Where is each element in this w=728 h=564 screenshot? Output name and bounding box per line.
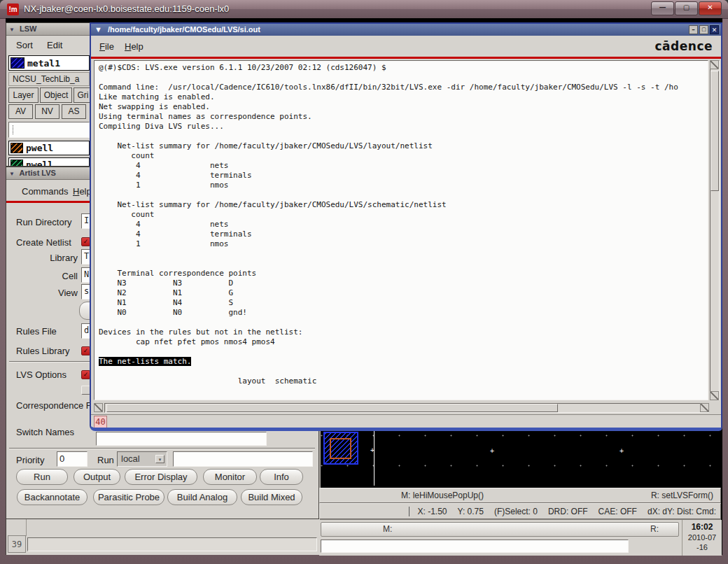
cae-status: CAE: OFF — [598, 507, 637, 516]
current-layer-name: metal1 — [27, 58, 60, 69]
scroll-down-arrow[interactable] — [710, 391, 719, 400]
lsw-titlebar[interactable]: ▼ LSW — [6, 23, 90, 36]
priority-field[interactable]: 0 — [57, 451, 88, 467]
close-button[interactable]: ✕ — [710, 25, 719, 34]
switch-names-field[interactable] — [96, 432, 267, 446]
menu-help[interactable]: Help — [125, 41, 144, 52]
drd-status: DRD: OFF — [548, 507, 588, 516]
ciw-mouse-middle: M: — [383, 524, 392, 534]
panel-scrollbar[interactable] — [27, 537, 317, 551]
run-mode-label: Run — [97, 455, 114, 465]
minimize-button[interactable]: – — [689, 25, 698, 34]
siout-title: /home/faculty/jbaker/CMOSedu/LVS/si.out — [108, 25, 260, 34]
error-display-button[interactable]: Error Display — [125, 469, 197, 485]
library-label: Library — [16, 253, 78, 263]
clock-time: 16:02 — [682, 521, 722, 533]
clock-panel: 16:02 2010-07 -16 — [682, 520, 722, 556]
backannotate-button[interactable]: Backannotate — [17, 489, 88, 505]
nx-session-window: { "nx": { "icon_label": "!m", "title": "… — [0, 0, 728, 564]
layer-filter-input[interactable] — [8, 122, 90, 138]
vertical-scrollbar[interactable] — [710, 60, 720, 400]
horizontal-scrollbar[interactable] — [104, 403, 709, 413]
window-number-badge: 39 — [8, 535, 26, 553]
current-layer-row[interactable]: metal1 — [8, 55, 90, 71]
siout-titlebar[interactable]: ▼ /home/faculty/jbaker/CMOSedu/LVS/si.ou… — [91, 24, 721, 36]
cadence-logo: cādence — [655, 39, 713, 53]
grid-cross: + — [490, 447, 494, 455]
form-divider — [9, 448, 315, 449]
ciw-binding-bar: M: R: — [321, 522, 679, 537]
scroll-right-arrow[interactable] — [700, 403, 709, 412]
nx-app-icon: !m — [7, 3, 19, 15]
menu-help[interactable]: Help — [73, 186, 92, 197]
layout-statusbar-bindings: M: leHiMousePopUp() R: setLVSForm() — [319, 488, 721, 503]
panel-divider — [26, 518, 27, 536]
mouse-binding-middle: M: leHiMousePopUp() — [401, 491, 484, 500]
output-button[interactable]: Output — [74, 469, 120, 485]
menu-file[interactable]: File — [99, 41, 114, 52]
cursor-x: X: -1.50 — [409, 507, 447, 516]
origin-line — [374, 430, 374, 486]
window-menu-chevron-icon[interactable]: ▼ — [94, 25, 102, 34]
nwell-swatch[interactable] — [10, 160, 23, 167]
nx-titlebar[interactable]: !m NX-jbaker@coen-lx0.boisestate.edu:115… — [0, 0, 728, 19]
grid-cross: + — [370, 446, 374, 454]
layer-name: pwell — [26, 143, 53, 153]
monitor-button[interactable]: Monitor — [203, 469, 257, 485]
tab-grid[interactable]: Gri — [74, 87, 91, 103]
vertical-scroll-thumb[interactable] — [710, 71, 719, 191]
clock-date: 2010-07 — [682, 533, 722, 542]
layer-row-pwell[interactable]: pwell — [8, 141, 90, 155]
menu-commands[interactable]: Commands — [22, 186, 68, 197]
rules-file-label: Rules File — [16, 326, 57, 337]
output-text-area[interactable]: @(#)$CDS: LVS.exe version 6.1.1 10/23/20… — [94, 60, 708, 400]
nv-button[interactable]: NV — [35, 104, 59, 119]
ciw-window: M: R: 16:02 2010-07 -16 — [319, 519, 721, 556]
rules-library-label: Rules Library — [16, 346, 70, 356]
lsw-window: ▼ LSW Sort Edit metal1 NCSU_TechLib_a La… — [6, 22, 91, 167]
build-mixed-button[interactable]: Build Mixed — [241, 489, 302, 505]
av-button[interactable]: AV — [8, 104, 33, 119]
tab-object[interactable]: Object — [40, 87, 72, 103]
scroll-up-arrow[interactable] — [710, 60, 719, 69]
close-button[interactable]: ✕ — [699, 1, 722, 15]
output-after: layout schematic — [99, 376, 316, 386]
grid-cross: + — [620, 447, 624, 455]
run-directory-label: Run Directory — [16, 217, 71, 227]
siout-window-controls: – ▢ ✕ — [689, 25, 719, 34]
build-analog-button[interactable]: Build Analog — [167, 489, 237, 505]
maximize-button[interactable]: ▢ — [675, 1, 698, 15]
create-netlist-label: Create Netlist — [16, 237, 71, 248]
text-caret — [13, 125, 14, 134]
lsw-menu-edit[interactable]: Edit — [47, 40, 62, 50]
window-number-badge: 40 — [94, 416, 107, 428]
layout-canvas[interactable]: + + + — [319, 430, 721, 488]
lsw-menu-sort[interactable]: Sort — [16, 40, 33, 50]
siout-status-row: 40 — [91, 414, 721, 428]
window-menu-chevron-icon[interactable]: ▼ — [9, 24, 15, 36]
pwell-swatch[interactable] — [10, 143, 23, 153]
priority-label: Priority — [16, 455, 44, 465]
techlib-selector[interactable]: NCSU_TechLib_a — [8, 72, 90, 86]
run-mode-dropdown[interactable]: local ▾ — [117, 451, 167, 467]
correspondence-file-label: Correspondence F — [16, 400, 92, 411]
minimize-button[interactable]: — — [651, 1, 674, 15]
layer-row-nwell[interactable]: nwell — [8, 157, 90, 167]
mouse-binding-right: R: setLVSForm() — [651, 491, 713, 500]
window-menu-chevron-icon[interactable]: ▼ — [9, 168, 15, 180]
maximize-button[interactable]: ▢ — [699, 25, 708, 34]
scroll-left-arrow[interactable] — [94, 403, 103, 412]
horizontal-scroll-thumb[interactable] — [106, 404, 558, 412]
run-host-field[interactable] — [173, 451, 313, 467]
run-button[interactable]: Run — [16, 469, 68, 485]
info-button[interactable]: Info — [260, 469, 303, 485]
ciw-input-line[interactable] — [321, 540, 629, 553]
layer-name: nwell — [26, 160, 53, 167]
delta-readout: dX: dY: Dist: Cmd: — [648, 507, 716, 516]
parasitic-probe-button[interactable]: Parasitic Probe — [93, 489, 164, 505]
as-button[interactable]: AS — [62, 104, 86, 119]
metal1-swatch[interactable] — [10, 57, 24, 69]
netlists-match-highlight: The net-lists match. — [99, 357, 191, 366]
tab-layer[interactable]: Layer — [8, 87, 38, 103]
select-count: (F)Select: 0 — [494, 507, 538, 516]
